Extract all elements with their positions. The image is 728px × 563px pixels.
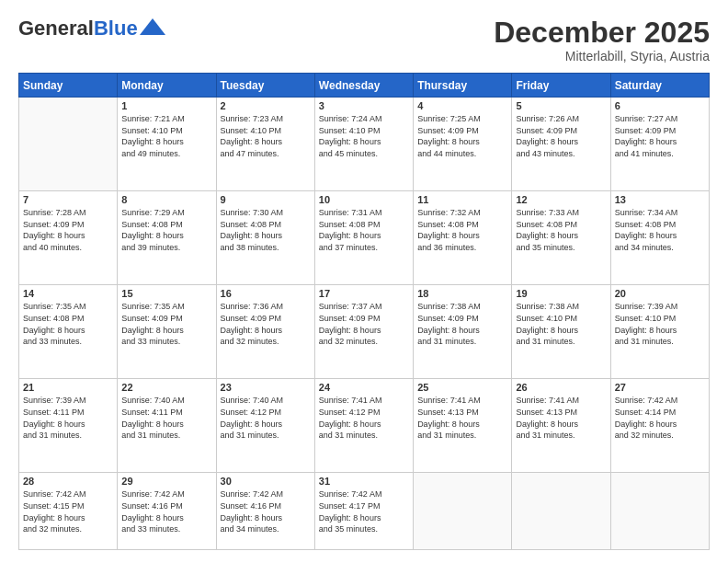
day-number: 11 — [417, 194, 507, 205]
calendar-cell: 18Sunrise: 7:38 AM Sunset: 4:09 PM Dayli… — [414, 285, 512, 379]
calendar-cell: 30Sunrise: 7:42 AM Sunset: 4:16 PM Dayli… — [216, 473, 314, 550]
day-info: Sunrise: 7:37 AM Sunset: 4:09 PM Dayligh… — [319, 301, 409, 347]
logo-general: General — [18, 17, 94, 40]
day-number: 7 — [23, 194, 113, 205]
day-info: Sunrise: 7:24 AM Sunset: 4:10 PM Dayligh… — [319, 113, 409, 159]
calendar-cell: 4Sunrise: 7:25 AM Sunset: 4:09 PM Daylig… — [414, 98, 512, 191]
calendar-cell — [19, 98, 118, 191]
col-header-thursday: Thursday — [414, 74, 512, 98]
day-info: Sunrise: 7:27 AM Sunset: 4:09 PM Dayligh… — [615, 113, 705, 159]
day-number: 1 — [121, 100, 211, 111]
calendar-cell: 26Sunrise: 7:41 AM Sunset: 4:13 PM Dayli… — [512, 379, 610, 473]
day-number: 17 — [319, 288, 409, 299]
day-info: Sunrise: 7:31 AM Sunset: 4:08 PM Dayligh… — [319, 207, 409, 253]
calendar-cell: 13Sunrise: 7:34 AM Sunset: 4:08 PM Dayli… — [610, 191, 709, 285]
day-info: Sunrise: 7:42 AM Sunset: 4:17 PM Dayligh… — [319, 488, 409, 534]
day-number: 10 — [319, 194, 409, 205]
calendar-cell: 31Sunrise: 7:42 AM Sunset: 4:17 PM Dayli… — [314, 473, 413, 550]
calendar-cell — [512, 473, 610, 550]
calendar-cell: 1Sunrise: 7:21 AM Sunset: 4:10 PM Daylig… — [118, 98, 216, 191]
day-number: 5 — [516, 100, 606, 111]
day-info: Sunrise: 7:29 AM Sunset: 4:08 PM Dayligh… — [121, 207, 211, 253]
calendar-cell: 22Sunrise: 7:40 AM Sunset: 4:11 PM Dayli… — [118, 379, 216, 473]
calendar-cell: 5Sunrise: 7:26 AM Sunset: 4:09 PM Daylig… — [512, 98, 610, 191]
day-info: Sunrise: 7:42 AM Sunset: 4:14 PM Dayligh… — [615, 395, 705, 441]
calendar-header-row: SundayMondayTuesdayWednesdayThursdayFrid… — [19, 74, 710, 98]
day-info: Sunrise: 7:36 AM Sunset: 4:09 PM Dayligh… — [221, 301, 311, 347]
calendar-cell: 23Sunrise: 7:40 AM Sunset: 4:12 PM Dayli… — [216, 379, 314, 473]
day-number: 30 — [221, 476, 311, 487]
calendar-cell: 11Sunrise: 7:32 AM Sunset: 4:08 PM Dayli… — [414, 191, 512, 285]
calendar-cell: 6Sunrise: 7:27 AM Sunset: 4:09 PM Daylig… — [610, 98, 709, 191]
day-number: 4 — [417, 100, 507, 111]
calendar-cell: 15Sunrise: 7:35 AM Sunset: 4:09 PM Dayli… — [118, 285, 216, 379]
page: General Blue December 2025 Mitterlabill,… — [0, 0, 728, 563]
day-number: 24 — [319, 382, 409, 393]
day-number: 31 — [319, 476, 409, 487]
logo-blue: Blue — [94, 17, 138, 40]
day-number: 12 — [516, 194, 606, 205]
calendar-cell: 28Sunrise: 7:42 AM Sunset: 4:15 PM Dayli… — [19, 473, 118, 550]
col-header-wednesday: Wednesday — [314, 74, 413, 98]
calendar-cell: 20Sunrise: 7:39 AM Sunset: 4:10 PM Dayli… — [610, 285, 709, 379]
day-info: Sunrise: 7:34 AM Sunset: 4:08 PM Dayligh… — [615, 207, 705, 253]
col-header-saturday: Saturday — [610, 74, 709, 98]
col-header-tuesday: Tuesday — [216, 74, 314, 98]
day-info: Sunrise: 7:23 AM Sunset: 4:10 PM Dayligh… — [221, 113, 311, 159]
calendar-cell: 24Sunrise: 7:41 AM Sunset: 4:12 PM Dayli… — [314, 379, 413, 473]
week-row-3: 14Sunrise: 7:35 AM Sunset: 4:08 PM Dayli… — [19, 285, 710, 379]
calendar-cell: 16Sunrise: 7:36 AM Sunset: 4:09 PM Dayli… — [216, 285, 314, 379]
day-info: Sunrise: 7:41 AM Sunset: 4:13 PM Dayligh… — [516, 395, 606, 441]
location: Mitterlabill, Styria, Austria — [494, 49, 710, 63]
day-number: 29 — [121, 476, 211, 487]
day-info: Sunrise: 7:39 AM Sunset: 4:10 PM Dayligh… — [615, 301, 705, 347]
day-info: Sunrise: 7:42 AM Sunset: 4:16 PM Dayligh… — [121, 488, 211, 534]
day-info: Sunrise: 7:28 AM Sunset: 4:09 PM Dayligh… — [23, 207, 113, 253]
day-number: 14 — [23, 288, 113, 299]
day-info: Sunrise: 7:25 AM Sunset: 4:09 PM Dayligh… — [417, 113, 507, 159]
day-number: 6 — [615, 100, 705, 111]
col-header-sunday: Sunday — [19, 74, 118, 98]
day-info: Sunrise: 7:40 AM Sunset: 4:11 PM Dayligh… — [121, 395, 211, 441]
day-info: Sunrise: 7:30 AM Sunset: 4:08 PM Dayligh… — [221, 207, 311, 253]
calendar-cell: 2Sunrise: 7:23 AM Sunset: 4:10 PM Daylig… — [216, 98, 314, 191]
day-number: 8 — [121, 194, 211, 205]
calendar-cell: 29Sunrise: 7:42 AM Sunset: 4:16 PM Dayli… — [118, 473, 216, 550]
calendar-cell: 7Sunrise: 7:28 AM Sunset: 4:09 PM Daylig… — [19, 191, 118, 285]
day-info: Sunrise: 7:42 AM Sunset: 4:15 PM Dayligh… — [23, 488, 113, 534]
calendar-cell: 19Sunrise: 7:38 AM Sunset: 4:10 PM Dayli… — [512, 285, 610, 379]
day-info: Sunrise: 7:41 AM Sunset: 4:13 PM Dayligh… — [417, 395, 507, 441]
calendar-cell: 12Sunrise: 7:33 AM Sunset: 4:08 PM Dayli… — [512, 191, 610, 285]
day-number: 21 — [23, 382, 113, 393]
calendar-cell: 8Sunrise: 7:29 AM Sunset: 4:08 PM Daylig… — [118, 191, 216, 285]
calendar-cell: 25Sunrise: 7:41 AM Sunset: 4:13 PM Dayli… — [414, 379, 512, 473]
calendar-cell: 9Sunrise: 7:30 AM Sunset: 4:08 PM Daylig… — [216, 191, 314, 285]
day-info: Sunrise: 7:33 AM Sunset: 4:08 PM Dayligh… — [516, 207, 606, 253]
week-row-5: 28Sunrise: 7:42 AM Sunset: 4:15 PM Dayli… — [19, 473, 710, 550]
day-number: 13 — [615, 194, 705, 205]
day-number: 15 — [121, 288, 211, 299]
week-row-1: 1Sunrise: 7:21 AM Sunset: 4:10 PM Daylig… — [19, 98, 710, 191]
calendar-cell: 14Sunrise: 7:35 AM Sunset: 4:08 PM Dayli… — [19, 285, 118, 379]
logo: General Blue — [18, 17, 165, 40]
day-info: Sunrise: 7:32 AM Sunset: 4:08 PM Dayligh… — [417, 207, 507, 253]
day-info: Sunrise: 7:38 AM Sunset: 4:09 PM Dayligh… — [417, 301, 507, 347]
day-number: 20 — [615, 288, 705, 299]
calendar-cell: 3Sunrise: 7:24 AM Sunset: 4:10 PM Daylig… — [314, 98, 413, 191]
calendar-cell: 10Sunrise: 7:31 AM Sunset: 4:08 PM Dayli… — [314, 191, 413, 285]
calendar-cell: 27Sunrise: 7:42 AM Sunset: 4:14 PM Dayli… — [610, 379, 709, 473]
calendar-cell — [414, 473, 512, 550]
day-info: Sunrise: 7:35 AM Sunset: 4:09 PM Dayligh… — [121, 301, 211, 347]
day-number: 28 — [23, 476, 113, 487]
week-row-4: 21Sunrise: 7:39 AM Sunset: 4:11 PM Dayli… — [19, 379, 710, 473]
header: General Blue December 2025 Mitterlabill,… — [18, 17, 710, 63]
day-number: 16 — [221, 288, 311, 299]
col-header-friday: Friday — [512, 74, 610, 98]
day-number: 18 — [417, 288, 507, 299]
day-number: 23 — [221, 382, 311, 393]
day-info: Sunrise: 7:40 AM Sunset: 4:12 PM Dayligh… — [221, 395, 311, 441]
day-number: 9 — [221, 194, 311, 205]
day-info: Sunrise: 7:39 AM Sunset: 4:11 PM Dayligh… — [23, 395, 113, 441]
logo-icon — [140, 18, 165, 35]
svg-marker-0 — [140, 18, 165, 35]
